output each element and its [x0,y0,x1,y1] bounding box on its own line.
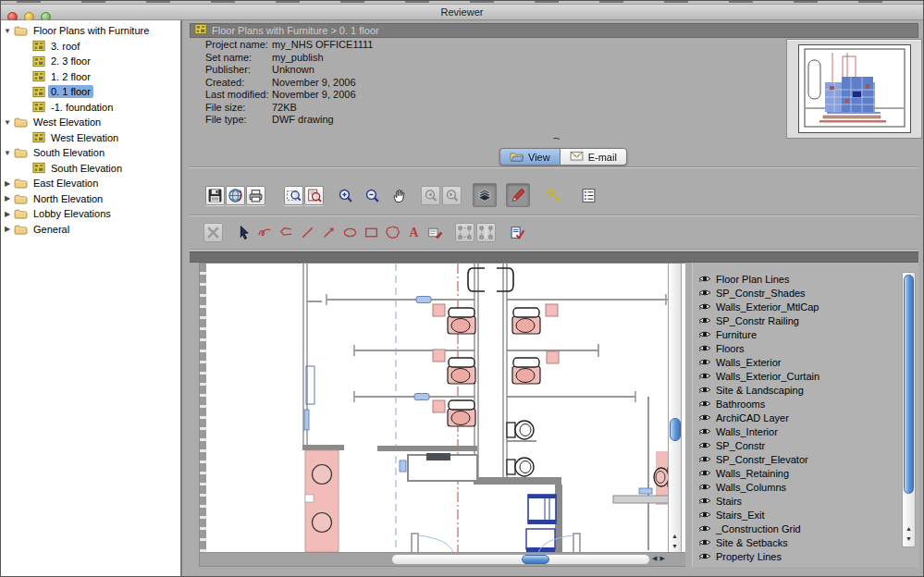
layer-row-site-setbacks[interactable]: Site & Setbacks [698,535,918,549]
layer-row-walls-exterior-curtain[interactable]: Walls_Exterior_Curtain [698,369,918,383]
floor-plan-svg[interactable] [206,264,673,553]
tree-item-1-2-floor[interactable]: 1. 2 floor [0,69,180,85]
layer-row-property-lines[interactable]: Property Lines [698,549,918,563]
tab-view[interactable]: View [499,148,560,166]
title-bar[interactable]: Reviewer [0,5,924,20]
zoom-window-button[interactable] [284,186,303,205]
eye-icon[interactable] [698,551,711,561]
eye-icon[interactable] [698,288,711,298]
eye-icon[interactable] [698,399,711,409]
tree-item-3-roof[interactable]: 3. roof [0,39,180,55]
tree-item-west-elevation[interactable]: West Elevation [0,130,180,146]
disclosure-collapsed-icon[interactable]: ▶ [0,179,12,188]
publish-button[interactable] [226,186,245,205]
layers-scrollbar[interactable]: ▲▼ [902,272,916,547]
tree-item-west-elevation[interactable]: ▼West Elevation [0,115,180,130]
rectangle-button[interactable] [362,223,381,242]
layer-row-furniture[interactable]: Furniture [698,327,918,341]
eye-icon[interactable] [698,315,711,325]
line-button[interactable] [298,223,317,242]
cloud-button[interactable] [383,223,402,242]
eye-icon[interactable] [698,509,711,520]
canvas-vertical-scrollbar[interactable]: ▲▼ [668,264,682,553]
ellipse-button[interactable] [340,223,360,242]
sidebar-tree[interactable]: ▼Floor Plans with Furniture3. roof2. 3 f… [0,20,182,577]
tree-item-1-foundation[interactable]: -1. foundation [0,100,180,116]
tree-item-north-elevation[interactable]: ▶North Elevation [0,191,180,207]
layer-row-sp-constr-shades[interactable]: SP_Constr_Shades [698,286,918,300]
disclosure-expanded-icon[interactable]: ▼ [0,149,12,157]
tree-item-general[interactable]: ▶General [0,222,180,238]
layer-row-sp-constr[interactable]: SP_Constr [698,438,918,452]
disclosure-expanded-icon[interactable]: ▼ [0,118,12,127]
previous-view-button[interactable] [421,186,440,205]
zoom-in-button[interactable] [336,186,355,205]
text-button[interactable]: A [404,223,424,242]
save-button[interactable] [205,186,225,205]
delete-markup-button[interactable] [203,223,223,242]
tree-item-south-elevation[interactable]: South Elevation [0,161,180,177]
eye-icon[interactable] [698,274,711,284]
freehand-button[interactable] [255,223,275,242]
layer-row-floor-plan-lines[interactable]: Floor Plan Lines [698,272,918,286]
layers-button[interactable] [473,183,497,207]
layer-row-stairs[interactable]: Stairs [698,494,918,508]
layers-scroll-thumb[interactable] [904,275,914,494]
ungroup-button[interactable] [476,223,496,242]
tree-item-lobby-elevations[interactable]: ▶Lobby Elevations [0,206,180,222]
select-button[interactable] [234,223,253,242]
eye-icon[interactable] [698,357,711,367]
disclosure-expanded-icon[interactable]: ▼ [0,27,12,35]
horizontal-scroll-thumb[interactable] [522,555,549,564]
eye-icon[interactable] [698,523,711,534]
disclosure-collapsed-icon[interactable]: ▶ [0,225,12,233]
layer-row-sp-constr-elevator[interactable]: SP_Constr_Elevator [698,452,918,466]
eye-icon[interactable] [698,482,711,492]
properties-button[interactable] [579,186,598,205]
tree-item-floor-plans-with-furniture[interactable]: ▼Floor Plans with Furniture [0,23,180,39]
markup-pen-button[interactable] [506,183,530,207]
layer-row-sp-constr-railing[interactable]: SP_Constr Railing [698,313,918,327]
eye-icon[interactable] [698,440,711,450]
eye-icon[interactable] [698,301,711,312]
layer-row-walls-retaining[interactable]: Walls_Retaining [698,466,918,480]
vertical-scroll-thumb[interactable] [670,418,681,441]
eye-icon[interactable] [698,343,711,353]
tree-item-south-elevation[interactable]: ▼South Elevation [0,145,180,161]
layer-row-walls-interior[interactable]: Walls_Interior [698,424,918,438]
layer-row-construction-grid[interactable]: _Construction Grid [698,522,918,535]
callout-button[interactable] [425,223,445,242]
tree-item-0-1-floor[interactable]: 0. 1 floor [0,84,180,100]
layer-row-bathrooms[interactable]: Bathrooms [698,397,918,411]
tab-e-mail[interactable]: E-mail [560,148,627,166]
drawing-canvas[interactable]: ▲▼ ◀▶ [199,263,685,567]
layer-row-archicad-layer[interactable]: ArchiCAD Layer [698,411,918,424]
horizontal-scroll-track[interactable] [391,554,650,565]
layer-row-floors[interactable]: Floors [698,341,918,355]
tree-item-2-3-floor[interactable]: 2. 3 floor [0,54,180,69]
print-button[interactable] [246,186,265,205]
disclosure-collapsed-icon[interactable]: ▶ [0,194,12,203]
markup-status-button[interactable] [508,223,527,242]
canvas-horizontal-scrollbar[interactable]: ◀▶ [200,552,685,566]
eye-icon[interactable] [698,468,711,478]
tree-item-east-elevation[interactable]: ▶East Elevation [0,176,180,191]
horizontal-scroll-arrows[interactable]: ◀▶ [652,555,668,562]
eye-icon[interactable] [698,537,711,547]
eye-icon[interactable] [698,426,711,436]
next-view-button[interactable] [442,186,462,205]
layers-scroll-arrows[interactable]: ▲▼ [903,523,915,544]
group-button[interactable] [455,223,474,242]
zoom-page-button[interactable] [304,186,324,205]
eye-icon[interactable] [698,412,711,423]
layer-row-stairs-exit[interactable]: Stairs_Exit [698,508,918,522]
arrow-button[interactable] [319,223,339,242]
eye-icon[interactable] [698,385,711,395]
pan-button[interactable] [389,186,409,205]
layer-row-walls-exterior[interactable]: Walls_Exterior [698,355,918,369]
layer-row-walls-columns[interactable]: Walls_Columns [698,480,918,494]
eye-icon[interactable] [698,454,711,464]
zoom-out-button[interactable] [363,186,382,205]
eye-icon[interactable] [698,496,711,506]
layer-row-walls-exterior-mtlcap[interactable]: Walls_Exterior_MtlCap [698,300,918,313]
